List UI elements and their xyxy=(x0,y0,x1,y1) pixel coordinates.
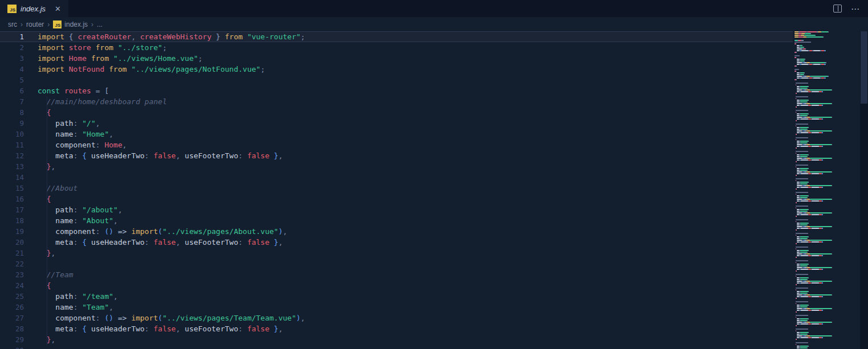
line-number[interactable]: 17 xyxy=(0,206,24,214)
minimap-line xyxy=(795,277,860,278)
minimap-line xyxy=(795,103,860,104)
line-number[interactable]: 28 xyxy=(0,325,24,333)
code-line[interactable]: 10 name: "Home", xyxy=(0,129,793,139)
minimap-line xyxy=(795,296,860,297)
line-number[interactable]: 29 xyxy=(0,335,24,344)
minimap-line xyxy=(795,284,860,285)
code-line[interactable]: 25 path: "/team", xyxy=(0,291,793,302)
line-number[interactable]: 2 xyxy=(0,43,24,52)
line-number[interactable]: 15 xyxy=(0,184,24,192)
code-area[interactable]: 1import { createRouter, createWebHistory… xyxy=(0,31,793,349)
code-line[interactable]: 28 meta: { useHeaderTwo: false, useFoote… xyxy=(0,323,793,334)
code-line[interactable]: 13 }, xyxy=(0,161,793,172)
more-actions-icon[interactable]: ⋯ xyxy=(851,5,860,13)
minimap-line xyxy=(795,122,860,123)
code-text: { xyxy=(24,195,51,203)
tab-index-js[interactable]: JS index.js ✕ xyxy=(0,0,68,17)
code-line[interactable]: 11 component: Home, xyxy=(0,139,793,150)
scrollbar-track[interactable] xyxy=(860,31,868,349)
code-line[interactable]: 22 xyxy=(0,258,793,269)
code-line[interactable]: 14 xyxy=(0,172,793,183)
minimap-line xyxy=(795,346,860,347)
editor-pane: 1import { createRouter, createWebHistory… xyxy=(0,31,868,349)
line-number[interactable]: 25 xyxy=(0,292,24,301)
minimap[interactable] xyxy=(795,31,860,349)
split-editor-icon[interactable] xyxy=(833,5,842,13)
code-line[interactable]: 6const routes = [ xyxy=(0,85,793,96)
minimap-line xyxy=(795,342,860,343)
line-number[interactable]: 1 xyxy=(0,32,24,41)
code-text: name: "Team", xyxy=(24,303,113,311)
minimap-line xyxy=(795,170,860,171)
code-line[interactable]: 15 //About xyxy=(0,183,793,194)
minimap-line xyxy=(795,231,860,232)
breadcrumb-item-router[interactable]: router xyxy=(26,20,44,28)
code-line[interactable]: 24 { xyxy=(0,280,793,291)
minimap-line xyxy=(795,154,860,155)
breadcrumb-item-indexjs[interactable]: JSindex.js xyxy=(53,20,88,28)
line-number[interactable]: 30 xyxy=(0,346,24,349)
code-line[interactable]: 21 }, xyxy=(0,248,793,258)
line-number[interactable]: 23 xyxy=(0,270,24,279)
minimap-line xyxy=(795,327,860,328)
code-line[interactable]: 27 component: () => import("../views/pag… xyxy=(0,313,793,323)
breadcrumb-label: index.js xyxy=(64,20,88,28)
code-line[interactable]: 7 //main/home/deshboard panel xyxy=(0,96,793,107)
line-number[interactable]: 8 xyxy=(0,108,24,117)
code-line[interactable]: 2import store from "../store"; xyxy=(0,42,793,53)
line-number[interactable]: 24 xyxy=(0,281,24,290)
line-number[interactable]: 18 xyxy=(0,216,24,225)
minimap-line xyxy=(795,125,860,126)
close-tab-icon[interactable]: ✕ xyxy=(53,4,63,14)
code-line[interactable]: 19 component: () => import("../views/pag… xyxy=(0,226,793,237)
line-number[interactable]: 27 xyxy=(0,314,24,322)
line-number[interactable]: 7 xyxy=(0,97,24,106)
code-text: component: () => import("../views/pages/… xyxy=(24,227,287,236)
breadcrumb-item-[interactable]: ... xyxy=(97,20,103,28)
code-line[interactable]: 16 { xyxy=(0,194,793,204)
code-line[interactable]: 5 xyxy=(0,75,793,85)
code-line[interactable]: 9 path: "/", xyxy=(0,118,793,129)
minimap-line xyxy=(795,289,860,290)
code-line[interactable]: 23 //Team xyxy=(0,269,793,280)
line-number[interactable]: 22 xyxy=(0,260,24,268)
line-number[interactable]: 13 xyxy=(0,162,24,171)
line-number[interactable]: 19 xyxy=(0,227,24,236)
line-number[interactable]: 16 xyxy=(0,195,24,203)
minimap-line xyxy=(795,33,860,34)
minimap-line xyxy=(795,64,860,65)
breadcrumb-item-src[interactable]: src xyxy=(8,20,17,28)
line-number[interactable]: 6 xyxy=(0,87,24,95)
line-number[interactable]: 10 xyxy=(0,130,24,138)
minimap-line xyxy=(795,308,860,309)
code-line[interactable]: 29 }, xyxy=(0,334,793,345)
minimap-line xyxy=(795,241,860,243)
code-line[interactable]: 3import Home from "../views/Home.vue"; xyxy=(0,53,793,64)
line-number[interactable]: 4 xyxy=(0,65,24,73)
line-number[interactable]: 14 xyxy=(0,173,24,182)
code-line[interactable]: 8 { xyxy=(0,107,793,118)
minimap-line xyxy=(795,79,860,80)
line-number[interactable]: 11 xyxy=(0,141,24,149)
line-number[interactable]: 5 xyxy=(0,76,24,84)
code-line[interactable]: 12 meta: { useHeaderTwo: false, useFoote… xyxy=(0,150,793,161)
line-number[interactable]: 12 xyxy=(0,151,24,160)
code-line[interactable]: 30 xyxy=(0,345,793,349)
code-line[interactable]: 20 meta: { useHeaderTwo: false, useFoote… xyxy=(0,237,793,248)
minimap-line xyxy=(795,84,860,85)
line-number[interactable]: 3 xyxy=(0,54,24,63)
code-line[interactable]: 4import NotFound from "../views/pages/No… xyxy=(0,64,793,75)
line-number[interactable]: 21 xyxy=(0,249,24,257)
scrollbar-slider[interactable] xyxy=(861,31,867,104)
line-number[interactable]: 26 xyxy=(0,303,24,311)
minimap-line xyxy=(795,313,860,314)
line-number[interactable]: 20 xyxy=(0,238,24,247)
line-number[interactable]: 9 xyxy=(0,119,24,128)
code-line[interactable]: 1import { createRouter, createWebHistory… xyxy=(0,31,793,42)
code-line[interactable]: 17 path: "/about", xyxy=(0,204,793,215)
minimap-line xyxy=(795,106,860,108)
minimap-line xyxy=(795,59,860,60)
code-line[interactable]: 18 name: "About", xyxy=(0,215,793,226)
minimap-line xyxy=(795,175,860,176)
code-line[interactable]: 26 name: "Team", xyxy=(0,302,793,313)
